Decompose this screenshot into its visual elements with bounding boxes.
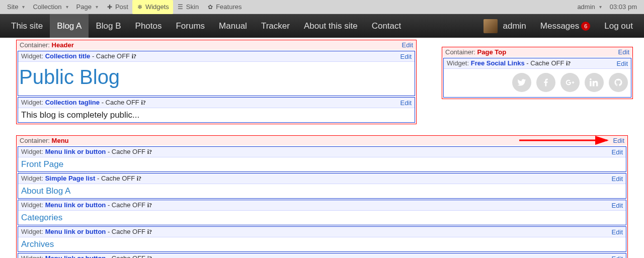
widget-menu-edit-0[interactable]: Edit bbox=[612, 148, 623, 156]
menu-entry[interactable]: Front Page bbox=[18, 157, 626, 171]
widgets-button[interactable]: ❄Widgets bbox=[132, 0, 173, 14]
nav-forums[interactable]: Forums bbox=[169, 14, 212, 38]
widget-menu-edit-2[interactable]: Edit bbox=[612, 202, 623, 209]
avatar bbox=[484, 19, 498, 33]
nav-tracker[interactable]: Tracker bbox=[254, 14, 297, 38]
site-dropdown[interactable]: Site bbox=[3, 0, 29, 14]
widget-tagline-edit[interactable]: Edit bbox=[400, 99, 412, 107]
widget-collection-tagline: Widget: Collection tagline - Cache OFF i… bbox=[18, 97, 415, 123]
widget-collection-title: Widget: Collection title - Cache OFF i? … bbox=[18, 51, 415, 96]
widgets-icon: ❄ bbox=[136, 4, 143, 11]
twitter-icon[interactable] bbox=[512, 73, 531, 92]
widget-menu-3: Widget: Menu link or button - Cache OFF … bbox=[18, 226, 626, 252]
nav-manual[interactable]: Manual bbox=[212, 14, 254, 38]
info-icon[interactable]: i? bbox=[132, 53, 136, 60]
nav-logout[interactable]: Log out bbox=[597, 14, 640, 38]
nav-this-site[interactable]: This site bbox=[4, 14, 50, 38]
page-dropdown[interactable]: Page bbox=[72, 0, 102, 14]
googleplus-icon[interactable] bbox=[560, 73, 580, 92]
skin-icon: ☰ bbox=[177, 4, 184, 11]
nav-about[interactable]: About this site bbox=[297, 14, 365, 38]
widget-menu-2: Widget: Menu link or button - Cache OFF … bbox=[18, 200, 626, 225]
container-pagetop-edit[interactable]: Edit bbox=[618, 48, 629, 56]
nav-messages[interactable]: Messages 6 bbox=[533, 14, 597, 38]
info-icon[interactable]: i? bbox=[137, 175, 141, 182]
main-nav: This site Blog A Blog B Photos Forums Ma… bbox=[0, 14, 644, 38]
widget-social-links: Widget: Free Social Links - Cache OFF i?… bbox=[443, 58, 631, 98]
nav-photos[interactable]: Photos bbox=[128, 14, 169, 38]
collection-dropdown[interactable]: Collection bbox=[29, 0, 72, 14]
widget-menu-edit-3[interactable]: Edit bbox=[612, 228, 623, 236]
user-dropdown[interactable]: admin bbox=[573, 0, 605, 14]
container-menu: Container: Menu Edit Widget: Menu link o… bbox=[16, 135, 628, 258]
nav-contact[interactable]: Contact bbox=[365, 14, 409, 38]
container-header-edit[interactable]: Edit bbox=[402, 41, 413, 49]
nav-blog-b[interactable]: Blog B bbox=[89, 14, 128, 38]
widget-title-edit[interactable]: Edit bbox=[400, 53, 412, 60]
info-icon[interactable]: i? bbox=[566, 60, 571, 67]
widget-social-edit[interactable]: Edit bbox=[617, 60, 628, 67]
info-icon[interactable]: i? bbox=[147, 148, 152, 155]
blog-title: Public Blog bbox=[18, 62, 415, 96]
info-icon[interactable]: i? bbox=[141, 99, 145, 106]
blog-tagline: This blog is completely public... bbox=[18, 108, 415, 122]
post-button[interactable]: ✚Post bbox=[102, 0, 132, 14]
info-icon[interactable]: i? bbox=[147, 228, 152, 235]
widget-menu-edit-1[interactable]: Edit bbox=[612, 175, 623, 183]
menu-entry[interactable]: Archives bbox=[18, 237, 626, 251]
nav-user[interactable]: admin bbox=[476, 14, 533, 38]
widget-menu-0: Widget: Menu link or button - Cache OFF … bbox=[18, 146, 626, 172]
container-page-top: Container: Page Top Edit Widget: Free So… bbox=[442, 47, 633, 99]
skin-button[interactable]: ☰Skin bbox=[173, 0, 203, 14]
admin-toolbar: Site Collection Page ✚Post ❄Widgets ☰Ski… bbox=[0, 0, 644, 14]
info-icon[interactable]: i? bbox=[147, 202, 152, 209]
menu-entry[interactable]: Categories bbox=[18, 211, 626, 225]
github-icon[interactable] bbox=[609, 73, 628, 92]
plus-icon: ✚ bbox=[106, 4, 113, 11]
facebook-icon[interactable] bbox=[536, 73, 555, 92]
nav-blog-a[interactable]: Blog A bbox=[50, 14, 89, 38]
widget-menu-1: Widget: Simple Page list - Cache OFF i?E… bbox=[18, 173, 626, 199]
container-header: Container: Header Edit Widget: Collectio… bbox=[16, 40, 417, 124]
container-menu-edit[interactable]: Edit bbox=[613, 137, 624, 144]
widget-menu-4: Widget: Menu link or button - Cache OFF … bbox=[18, 253, 626, 258]
clock-label: 03:03 pm bbox=[606, 0, 641, 14]
widget-menu-edit-4[interactable]: Edit bbox=[612, 255, 623, 259]
gear-icon: ✿ bbox=[207, 4, 214, 11]
features-button[interactable]: ✿Features bbox=[203, 0, 246, 14]
info-icon[interactable]: i? bbox=[147, 255, 152, 258]
linkedin-icon[interactable] bbox=[585, 73, 604, 92]
menu-entry[interactable]: About Blog A bbox=[18, 184, 626, 198]
messages-badge: 6 bbox=[581, 22, 590, 31]
